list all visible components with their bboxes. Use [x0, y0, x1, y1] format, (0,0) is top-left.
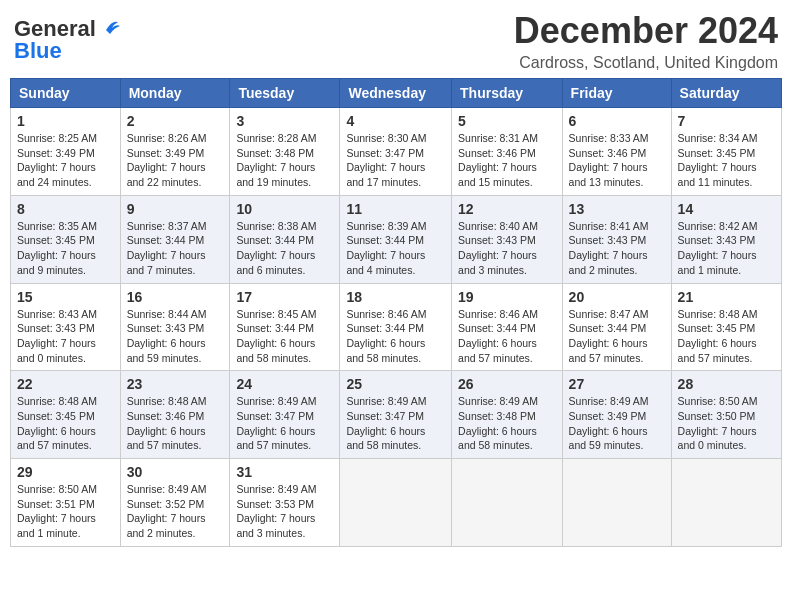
day-number: 17 — [236, 289, 333, 305]
table-row: 27Sunrise: 8:49 AM Sunset: 3:49 PM Dayli… — [562, 371, 671, 459]
day-info: Sunrise: 8:38 AM Sunset: 3:44 PM Dayligh… — [236, 219, 333, 278]
day-number: 14 — [678, 201, 775, 217]
day-number: 11 — [346, 201, 445, 217]
calendar-week-row: 22Sunrise: 8:48 AM Sunset: 3:45 PM Dayli… — [11, 371, 782, 459]
day-info: Sunrise: 8:31 AM Sunset: 3:46 PM Dayligh… — [458, 131, 556, 190]
day-number: 7 — [678, 113, 775, 129]
day-number: 6 — [569, 113, 665, 129]
day-number: 2 — [127, 113, 224, 129]
day-info: Sunrise: 8:50 AM Sunset: 3:51 PM Dayligh… — [17, 482, 114, 541]
day-info: Sunrise: 8:49 AM Sunset: 3:52 PM Dayligh… — [127, 482, 224, 541]
day-number: 26 — [458, 376, 556, 392]
day-info: Sunrise: 8:35 AM Sunset: 3:45 PM Dayligh… — [17, 219, 114, 278]
day-info: Sunrise: 8:41 AM Sunset: 3:43 PM Dayligh… — [569, 219, 665, 278]
table-row: 17Sunrise: 8:45 AM Sunset: 3:44 PM Dayli… — [230, 283, 340, 371]
day-number: 24 — [236, 376, 333, 392]
day-number: 31 — [236, 464, 333, 480]
day-number: 20 — [569, 289, 665, 305]
day-info: Sunrise: 8:48 AM Sunset: 3:46 PM Dayligh… — [127, 394, 224, 453]
day-number: 1 — [17, 113, 114, 129]
header-wednesday: Wednesday — [340, 79, 452, 108]
table-row: 21Sunrise: 8:48 AM Sunset: 3:45 PM Dayli… — [671, 283, 781, 371]
calendar-week-row: 1Sunrise: 8:25 AM Sunset: 3:49 PM Daylig… — [11, 108, 782, 196]
day-info: Sunrise: 8:42 AM Sunset: 3:43 PM Dayligh… — [678, 219, 775, 278]
table-row: 7Sunrise: 8:34 AM Sunset: 3:45 PM Daylig… — [671, 108, 781, 196]
table-row: 26Sunrise: 8:49 AM Sunset: 3:48 PM Dayli… — [452, 371, 563, 459]
table-row: 5Sunrise: 8:31 AM Sunset: 3:46 PM Daylig… — [452, 108, 563, 196]
day-number: 4 — [346, 113, 445, 129]
header-monday: Monday — [120, 79, 230, 108]
calendar-week-row: 29Sunrise: 8:50 AM Sunset: 3:51 PM Dayli… — [11, 459, 782, 547]
table-row: 9Sunrise: 8:37 AM Sunset: 3:44 PM Daylig… — [120, 195, 230, 283]
day-info: Sunrise: 8:49 AM Sunset: 3:49 PM Dayligh… — [569, 394, 665, 453]
calendar-week-row: 8Sunrise: 8:35 AM Sunset: 3:45 PM Daylig… — [11, 195, 782, 283]
table-row — [562, 459, 671, 547]
table-row: 16Sunrise: 8:44 AM Sunset: 3:43 PM Dayli… — [120, 283, 230, 371]
table-row: 15Sunrise: 8:43 AM Sunset: 3:43 PM Dayli… — [11, 283, 121, 371]
day-info: Sunrise: 8:26 AM Sunset: 3:49 PM Dayligh… — [127, 131, 224, 190]
day-info: Sunrise: 8:25 AM Sunset: 3:49 PM Dayligh… — [17, 131, 114, 190]
day-info: Sunrise: 8:44 AM Sunset: 3:43 PM Dayligh… — [127, 307, 224, 366]
header-friday: Friday — [562, 79, 671, 108]
day-info: Sunrise: 8:33 AM Sunset: 3:46 PM Dayligh… — [569, 131, 665, 190]
day-number: 8 — [17, 201, 114, 217]
day-info: Sunrise: 8:49 AM Sunset: 3:47 PM Dayligh… — [346, 394, 445, 453]
day-info: Sunrise: 8:34 AM Sunset: 3:45 PM Dayligh… — [678, 131, 775, 190]
day-number: 15 — [17, 289, 114, 305]
table-row: 14Sunrise: 8:42 AM Sunset: 3:43 PM Dayli… — [671, 195, 781, 283]
day-number: 18 — [346, 289, 445, 305]
month-title: December 2024 — [514, 10, 778, 52]
logo: General Blue — [14, 16, 120, 64]
logo-blue: Blue — [14, 38, 62, 64]
day-info: Sunrise: 8:40 AM Sunset: 3:43 PM Dayligh… — [458, 219, 556, 278]
day-number: 10 — [236, 201, 333, 217]
table-row: 25Sunrise: 8:49 AM Sunset: 3:47 PM Dayli… — [340, 371, 452, 459]
day-info: Sunrise: 8:28 AM Sunset: 3:48 PM Dayligh… — [236, 131, 333, 190]
day-number: 21 — [678, 289, 775, 305]
header-sunday: Sunday — [11, 79, 121, 108]
day-info: Sunrise: 8:47 AM Sunset: 3:44 PM Dayligh… — [569, 307, 665, 366]
table-row: 22Sunrise: 8:48 AM Sunset: 3:45 PM Dayli… — [11, 371, 121, 459]
day-info: Sunrise: 8:43 AM Sunset: 3:43 PM Dayligh… — [17, 307, 114, 366]
day-number: 5 — [458, 113, 556, 129]
calendar-week-row: 15Sunrise: 8:43 AM Sunset: 3:43 PM Dayli… — [11, 283, 782, 371]
day-info: Sunrise: 8:49 AM Sunset: 3:47 PM Dayligh… — [236, 394, 333, 453]
day-number: 27 — [569, 376, 665, 392]
day-info: Sunrise: 8:37 AM Sunset: 3:44 PM Dayligh… — [127, 219, 224, 278]
table-row: 8Sunrise: 8:35 AM Sunset: 3:45 PM Daylig… — [11, 195, 121, 283]
table-row: 1Sunrise: 8:25 AM Sunset: 3:49 PM Daylig… — [11, 108, 121, 196]
table-row: 12Sunrise: 8:40 AM Sunset: 3:43 PM Dayli… — [452, 195, 563, 283]
day-info: Sunrise: 8:49 AM Sunset: 3:53 PM Dayligh… — [236, 482, 333, 541]
table-row: 29Sunrise: 8:50 AM Sunset: 3:51 PM Dayli… — [11, 459, 121, 547]
table-row: 4Sunrise: 8:30 AM Sunset: 3:47 PM Daylig… — [340, 108, 452, 196]
table-row: 11Sunrise: 8:39 AM Sunset: 3:44 PM Dayli… — [340, 195, 452, 283]
day-number: 25 — [346, 376, 445, 392]
table-row: 13Sunrise: 8:41 AM Sunset: 3:43 PM Dayli… — [562, 195, 671, 283]
day-number: 19 — [458, 289, 556, 305]
table-row: 6Sunrise: 8:33 AM Sunset: 3:46 PM Daylig… — [562, 108, 671, 196]
header-saturday: Saturday — [671, 79, 781, 108]
day-number: 12 — [458, 201, 556, 217]
title-section: December 2024 Cardross, Scotland, United… — [514, 10, 778, 72]
table-row — [452, 459, 563, 547]
day-info: Sunrise: 8:46 AM Sunset: 3:44 PM Dayligh… — [458, 307, 556, 366]
day-info: Sunrise: 8:39 AM Sunset: 3:44 PM Dayligh… — [346, 219, 445, 278]
day-info: Sunrise: 8:45 AM Sunset: 3:44 PM Dayligh… — [236, 307, 333, 366]
table-row: 31Sunrise: 8:49 AM Sunset: 3:53 PM Dayli… — [230, 459, 340, 547]
page-header: General Blue December 2024 Cardross, Sco… — [10, 10, 782, 72]
day-number: 22 — [17, 376, 114, 392]
day-number: 9 — [127, 201, 224, 217]
day-info: Sunrise: 8:46 AM Sunset: 3:44 PM Dayligh… — [346, 307, 445, 366]
table-row: 10Sunrise: 8:38 AM Sunset: 3:44 PM Dayli… — [230, 195, 340, 283]
table-row — [340, 459, 452, 547]
calendar-header-row: Sunday Monday Tuesday Wednesday Thursday… — [11, 79, 782, 108]
calendar-table: Sunday Monday Tuesday Wednesday Thursday… — [10, 78, 782, 547]
table-row: 2Sunrise: 8:26 AM Sunset: 3:49 PM Daylig… — [120, 108, 230, 196]
day-number: 3 — [236, 113, 333, 129]
header-tuesday: Tuesday — [230, 79, 340, 108]
table-row: 24Sunrise: 8:49 AM Sunset: 3:47 PM Dayli… — [230, 371, 340, 459]
day-info: Sunrise: 8:30 AM Sunset: 3:47 PM Dayligh… — [346, 131, 445, 190]
day-info: Sunrise: 8:48 AM Sunset: 3:45 PM Dayligh… — [17, 394, 114, 453]
day-number: 16 — [127, 289, 224, 305]
day-number: 13 — [569, 201, 665, 217]
